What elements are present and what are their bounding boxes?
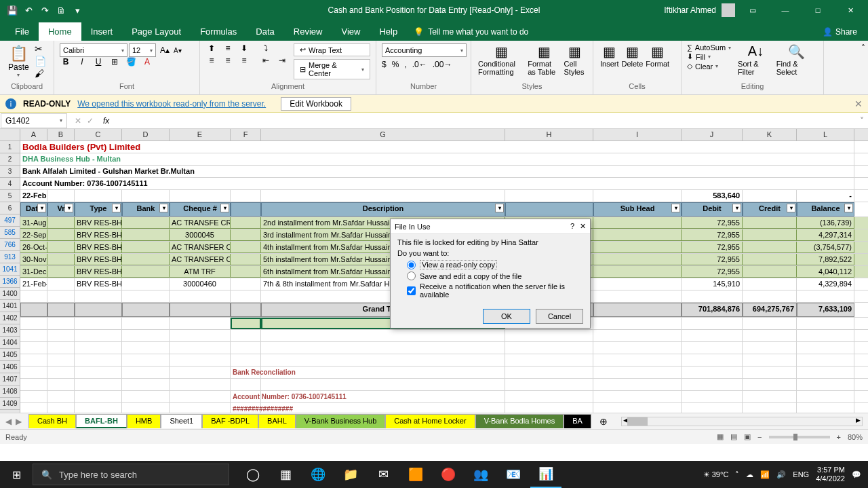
cell[interactable] [261, 190, 505, 202]
cell[interactable]: 3000045 [170, 229, 231, 241]
row-header[interactable]: 1410 [0, 410, 20, 413]
enter-formula-icon[interactable]: ✓ [87, 116, 94, 126]
tab-data[interactable]: Data [246, 22, 283, 41]
tab-formulas[interactable]: Formulas [191, 22, 246, 41]
cell[interactable] [682, 367, 743, 378]
user-avatar[interactable] [722, 3, 735, 17]
cell[interactable] [797, 367, 854, 378]
row-header[interactable]: 913 [0, 251, 20, 263]
table-header-cell[interactable] [231, 202, 261, 217]
increase-font-icon[interactable]: A▴ [160, 45, 170, 55]
collapse-ribbon-icon[interactable]: ˄ [859, 41, 868, 94]
cell[interactable]: ################ [231, 403, 261, 413]
cell[interactable] [593, 217, 682, 229]
table-header-cell[interactable]: Date▾ [20, 202, 47, 217]
insert-cells-button[interactable]: ▦Insert [599, 43, 620, 68]
cell[interactable] [505, 403, 593, 413]
cell[interactable] [75, 303, 122, 317]
col-header-G[interactable]: G [261, 129, 505, 140]
bold-button[interactable]: B [60, 57, 72, 67]
cell[interactable] [797, 391, 854, 402]
cell[interactable] [122, 379, 170, 390]
row-header[interactable]: 1366 [0, 276, 20, 288]
cell[interactable]: 7,633,109 [797, 303, 854, 317]
sheet-tab[interactable]: Cash BH [28, 414, 76, 428]
row-header[interactable]: 1400 [0, 288, 20, 300]
cell[interactable] [231, 342, 261, 354]
start-button[interactable]: ⊞ [0, 468, 33, 481]
cell[interactable] [743, 242, 797, 253]
table-header-cell[interactable]: Type▾ [75, 202, 122, 217]
user-name[interactable]: Iftikhar Ahmed [664, 5, 716, 15]
cell[interactable] [593, 367, 682, 378]
cell[interactable] [505, 342, 593, 354]
cell[interactable] [593, 342, 682, 354]
sheet-nav-next-icon[interactable]: ▶ [16, 417, 22, 426]
cell[interactable] [505, 330, 593, 341]
cell[interactable]: 72,955 [682, 266, 743, 278]
sheet-tab[interactable]: HMB [127, 414, 161, 428]
col-header-D[interactable]: D [122, 129, 170, 140]
table-header-cell[interactable]: Bank▾ [122, 202, 170, 217]
cell[interactable] [797, 342, 854, 354]
cell[interactable]: ATM TRF [170, 266, 231, 278]
cell[interactable] [682, 290, 743, 302]
cell[interactable]: 22-Feb-2022 [20, 190, 47, 202]
col-header-C[interactable]: C [75, 129, 122, 140]
cell[interactable] [743, 190, 797, 202]
cell[interactable]: BRV RES-BH [75, 278, 122, 290]
preview-icon[interactable]: 🗎 [56, 5, 66, 16]
cell[interactable] [122, 303, 170, 317]
cell[interactable] [122, 342, 170, 354]
cell[interactable]: AC TRANSFER CR [170, 254, 231, 265]
comma-icon[interactable]: , [404, 60, 406, 69]
edge-icon[interactable]: 🌐 [302, 461, 334, 488]
cell[interactable] [682, 318, 743, 329]
cell[interactable] [261, 379, 505, 390]
cell[interactable]: 4,329,894 [797, 278, 854, 290]
cell[interactable] [743, 278, 797, 290]
col-header-B[interactable]: B [47, 129, 75, 140]
decrease-indent-icon[interactable]: ⇤ [260, 56, 272, 65]
office-icon[interactable]: 🟧 [400, 461, 431, 488]
row-header[interactable]: 2 [0, 153, 20, 166]
radio-read-only[interactable] [407, 261, 416, 269]
clock[interactable]: 3:57 PM 4/4/2022 [816, 466, 845, 483]
cell[interactable] [47, 190, 75, 202]
task-view-icon[interactable]: ◯ [237, 461, 269, 488]
cell[interactable] [170, 318, 231, 329]
row-header[interactable]: 3 [0, 166, 20, 178]
close-button[interactable]: ✕ [835, 0, 865, 20]
cell[interactable] [261, 367, 505, 378]
cell[interactable]: 30000460 [170, 278, 231, 290]
row-header[interactable]: 1408 [0, 386, 20, 398]
cell[interactable] [593, 254, 682, 265]
sheet-tab[interactable]: Cash at Home Locker [385, 414, 475, 428]
cell[interactable] [75, 391, 122, 402]
cell[interactable] [593, 379, 682, 390]
sheet-tab[interactable]: BAF -BDPL [202, 414, 258, 428]
cell[interactable]: 694,275,767 [743, 303, 797, 317]
ok-button[interactable]: OK [483, 309, 530, 324]
copy-icon[interactable]: 📄 [35, 56, 46, 67]
cell[interactable]: 72,955 [682, 229, 743, 241]
cell[interactable]: 72,955 [682, 254, 743, 265]
tab-page-layout[interactable]: Page Layout [122, 22, 191, 41]
align-bottom-icon[interactable]: ⬇ [238, 43, 250, 53]
cell[interactable] [47, 391, 75, 402]
align-left-icon[interactable]: ≡ [205, 56, 218, 65]
orientation-icon[interactable]: ⤵ [260, 43, 272, 53]
cell[interactable] [47, 303, 75, 317]
tab-insert[interactable]: Insert [81, 22, 123, 41]
align-top-icon[interactable]: ⬆ [205, 43, 218, 53]
cell[interactable] [47, 379, 75, 390]
cell[interactable] [682, 342, 743, 354]
cell[interactable] [170, 354, 231, 366]
cell[interactable] [170, 379, 231, 390]
format-painter-icon[interactable]: 🖌 [35, 68, 46, 79]
cell[interactable] [47, 330, 75, 341]
cell[interactable] [682, 391, 743, 402]
cell[interactable] [231, 254, 261, 265]
cell[interactable] [75, 367, 122, 378]
explorer-icon[interactable]: 📁 [335, 461, 366, 488]
